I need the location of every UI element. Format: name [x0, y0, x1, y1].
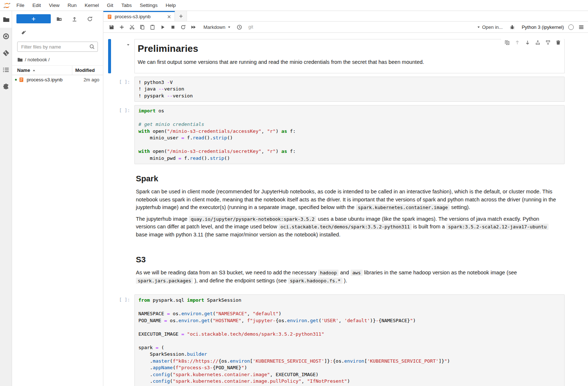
- menu-tabs[interactable]: Tabs: [117, 0, 136, 11]
- caret-down-icon[interactable]: [126, 43, 130, 47]
- refresh-button[interactable]: [83, 15, 97, 23]
- sidebar-tab-file-browser[interactable]: [0, 11, 12, 28]
- restart-run-all-button[interactable]: [188, 22, 198, 32]
- insert-cell-below-button[interactable]: [543, 38, 552, 46]
- debugger-button[interactable]: [507, 22, 517, 32]
- markdown-cell[interactable]: PreliminariesWe can first output some ve…: [108, 39, 565, 73]
- column-header-modified[interactable]: Modified: [72, 66, 103, 75]
- code-editor[interactable]: ! python3 -V ! java --version ! pyspark …: [134, 77, 565, 102]
- breadcrumb[interactable]: / notebook /: [12, 54, 103, 65]
- cell-collapser[interactable]: [108, 248, 134, 291]
- menu-view[interactable]: View: [45, 0, 64, 11]
- file-modified: 2m ago: [72, 77, 103, 82]
- duplicate-cell-button[interactable]: [503, 38, 511, 46]
- tab-label: process-s3.ipynb: [115, 14, 150, 19]
- cut-cell-button[interactable]: [127, 22, 137, 32]
- paste-icon: [150, 24, 155, 30]
- ffwd-icon: [191, 24, 196, 30]
- cell-prompt: [ ]:: [108, 294, 134, 386]
- new-tab-button[interactable]: [175, 11, 187, 21]
- code-editor[interactable]: from pyspark.sql import SparkSession NAM…: [134, 294, 565, 386]
- git-init-button[interactable]: [21, 28, 26, 37]
- new-folder-button[interactable]: [52, 15, 66, 23]
- menu-help[interactable]: Help: [161, 0, 180, 11]
- menu-git[interactable]: Git: [103, 0, 117, 11]
- markdown-cell[interactable]: S3As we will be reading data from an S3 …: [108, 248, 565, 291]
- file-list-header: Name Modified: [12, 65, 103, 75]
- code-cell[interactable]: [ ]:from pyspark.sql import SparkSession…: [108, 294, 565, 386]
- sidebar-tab-git[interactable]: [0, 45, 12, 61]
- new-folder-icon: [56, 16, 62, 22]
- sidebar-tab-extension-manager[interactable]: [0, 78, 12, 95]
- delete-cell-button[interactable]: [554, 38, 562, 46]
- kernel-name[interactable]: Python 3 (ipykernel): [522, 24, 564, 30]
- menu-edit[interactable]: Edit: [28, 0, 45, 11]
- cell-collapser[interactable]: [108, 167, 134, 245]
- move-cell-up-button[interactable]: [513, 38, 522, 46]
- stackable-logo-icon: [3, 2, 11, 9]
- menu-kernel[interactable]: Kernel: [81, 0, 103, 11]
- markdown-paragraph: As we will be reading data from an S3 bu…: [136, 269, 560, 285]
- plus-icon: [31, 16, 36, 22]
- tab-close-button[interactable]: [167, 14, 172, 19]
- sidebar-tab-running-terminals[interactable]: [0, 28, 12, 45]
- save-icon: [109, 24, 114, 30]
- insert-cell-button[interactable]: [117, 22, 127, 32]
- upload-icon: [72, 16, 77, 22]
- toolbar-menu-button[interactable]: [578, 24, 584, 30]
- markdown-rendered[interactable]: S3As we will be reading data from an S3 …: [134, 248, 565, 291]
- menubar: FileEditViewRunKernelGitTabsSettingsHelp: [0, 0, 588, 11]
- cell-collapser[interactable]: [108, 39, 134, 73]
- notebook-toolbar: Markdown git Open in... Python 3 (ipyker…: [103, 22, 588, 33]
- file-browser-toolbar: [12, 11, 103, 26]
- markdown-heading: S3: [136, 255, 560, 265]
- git-toolbar-label: git: [248, 24, 253, 30]
- code-cell[interactable]: [ ]:import os # get minio credentials wi…: [108, 105, 565, 164]
- cut-icon: [129, 24, 135, 30]
- markdown-paragraph: Spark can be used in client mode (recomm…: [136, 188, 560, 212]
- tag-plus-icon: [21, 30, 26, 36]
- cell-type-select[interactable]: Markdown: [203, 24, 231, 30]
- upload-button[interactable]: [68, 15, 81, 23]
- kernel-status-icon[interactable]: [568, 24, 574, 30]
- folder-icon: [3, 16, 9, 23]
- menu-settings[interactable]: Settings: [136, 0, 162, 11]
- breadcrumb-path[interactable]: / notebook /: [25, 57, 50, 62]
- paste-cell-button[interactable]: [147, 22, 157, 32]
- code-cell[interactable]: [ ]:! python3 -V ! java --version ! pysp…: [108, 77, 565, 102]
- folder-icon[interactable]: [17, 57, 23, 62]
- refresh-icon: [87, 16, 93, 22]
- filter-files-input[interactable]: [17, 42, 98, 52]
- file-row[interactable]: process-s3.ipynb2m ago: [12, 75, 103, 84]
- clock-icon: [237, 24, 242, 30]
- restart-kernel-button[interactable]: [178, 22, 188, 32]
- open-in-dropdown[interactable]: Open in...: [477, 24, 503, 30]
- interrupt-kernel-button[interactable]: [168, 22, 178, 32]
- insert-below-icon: [545, 40, 551, 45]
- arrow-up-icon: [515, 40, 520, 45]
- menu-run[interactable]: Run: [64, 0, 81, 11]
- insert-cell-above-button[interactable]: [533, 38, 542, 46]
- move-cell-down-button[interactable]: [523, 38, 532, 46]
- markdown-paragraph: The jupyterhub image quay.io/jupyter/pys…: [136, 215, 560, 239]
- activity-bar: [0, 11, 12, 386]
- bug-icon: [509, 24, 515, 30]
- column-header-name[interactable]: Name: [12, 66, 72, 75]
- run-cell-button[interactable]: [157, 22, 168, 32]
- tab-process-s3[interactable]: process-s3.ipynb: [103, 11, 175, 21]
- menu-file[interactable]: File: [12, 0, 28, 11]
- code-editor[interactable]: import os # get minio credentials with o…: [134, 105, 565, 164]
- save-button[interactable]: [106, 22, 117, 32]
- copy-cell-button[interactable]: [137, 22, 147, 32]
- new-launcher-button[interactable]: [16, 14, 51, 23]
- markdown-rendered[interactable]: PreliminariesWe can first output some ve…: [134, 39, 565, 73]
- insert-above-icon: [535, 40, 541, 45]
- markdown-cell[interactable]: SparkSpark can be used in client mode (r…: [108, 167, 565, 245]
- history-button[interactable]: [234, 22, 245, 32]
- cell-prompt: [ ]:: [108, 105, 134, 164]
- copy-icon: [140, 24, 145, 30]
- caret-down-icon: [477, 26, 480, 29]
- sidebar-tab-table-of-contents[interactable]: [0, 61, 12, 78]
- markdown-rendered[interactable]: SparkSpark can be used in client mode (r…: [134, 167, 565, 245]
- markdown-heading: Preliminaries: [138, 43, 560, 54]
